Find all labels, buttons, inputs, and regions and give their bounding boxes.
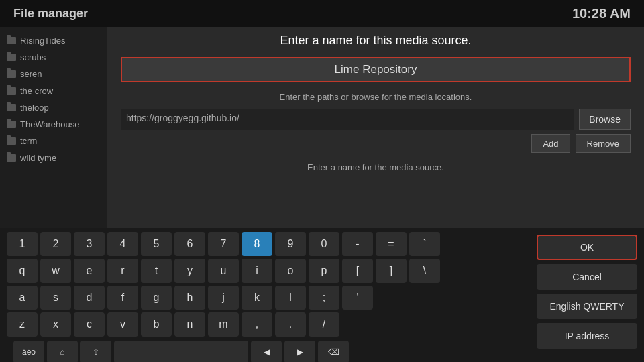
key-g[interactable]: g — [141, 286, 172, 310]
key-a[interactable]: a — [7, 286, 38, 310]
sidebar-item-label: RisingTides — [20, 36, 65, 46]
home-key[interactable]: ⌂ — [47, 341, 78, 362]
folder-icon — [7, 37, 16, 44]
shift-key[interactable]: ⇧ — [80, 341, 111, 362]
key-y[interactable]: y — [174, 259, 205, 283]
key-/[interactable]: / — [309, 312, 339, 337]
key-z[interactable]: z — [7, 312, 38, 337]
key--[interactable]: - — [342, 232, 373, 256]
sidebar-item-label: scrubs — [20, 52, 46, 62]
main-content: Enter a name for this media source. Lime… — [107, 27, 644, 228]
key-6[interactable]: 6 — [174, 232, 205, 256]
key-8[interactable]: 8 — [241, 232, 272, 256]
key-l[interactable]: l — [275, 286, 306, 310]
ip-button[interactable]: IP address — [537, 323, 637, 349]
app-title: File manager — [13, 7, 88, 21]
sidebar-item[interactable]: RisingTides — [0, 32, 107, 49]
key-d[interactable]: d — [74, 286, 105, 310]
path-input[interactable]: https://groggyegg.github.io/ — [121, 109, 574, 130]
key-k[interactable]: k — [241, 286, 272, 310]
key-;[interactable]: ; — [309, 286, 339, 310]
left-arrow-key[interactable]: ◀ — [251, 341, 282, 362]
name-input-value: Lime Repository — [335, 63, 417, 76]
sidebar-item-label: the crow — [20, 86, 53, 96]
key-0[interactable]: 0 — [309, 232, 339, 256]
key-v[interactable]: v — [107, 312, 138, 337]
key-e[interactable]: e — [74, 259, 105, 283]
key-s[interactable]: s — [40, 286, 71, 310]
key-=[interactable]: = — [376, 232, 407, 256]
sidebar-item[interactable]: seren — [0, 66, 107, 82]
key-4[interactable]: 4 — [107, 232, 138, 256]
action-row: Add Remove — [121, 134, 631, 153]
sidebar-item-label: TheWarehouse — [20, 119, 79, 129]
folder-icon — [7, 70, 16, 78]
key-][interactable]: ] — [376, 259, 407, 283]
key-1[interactable]: 1 — [7, 232, 38, 256]
folder-icon — [7, 104, 16, 111]
space-key[interactable] — [114, 341, 248, 362]
keyboard-toolbar: áëõ⌂⇧◀▶⌫ — [7, 341, 530, 362]
key-[[interactable]: [ — [342, 259, 373, 283]
key-,[interactable]: , — [241, 312, 272, 337]
lang-button[interactable]: English QWERTY — [537, 294, 637, 319]
key-row: qwertyuiop[]\ — [7, 259, 530, 283]
key-w[interactable]: w — [40, 259, 71, 283]
key-q[interactable]: q — [7, 259, 38, 283]
key-j[interactable]: j — [208, 286, 239, 310]
folder-icon — [7, 121, 16, 128]
keyboard-right-panel: OKCancelEnglish QWERTYIP address — [537, 228, 644, 362]
sidebar-item-label: tcrm — [20, 136, 37, 146]
source-name-label: Enter a name for the media source. — [307, 162, 444, 172]
keyboard-main: 1234567890-=`qwertyuiop[]\asdfghjkl;'zxc… — [0, 228, 537, 362]
key-'[interactable]: ' — [342, 286, 373, 310]
key-i[interactable]: i — [241, 259, 272, 283]
sidebar-item[interactable]: wild tyme — [0, 149, 107, 166]
name-input-container[interactable]: Lime Repository — [121, 57, 631, 82]
clock: 10:28 AM — [572, 6, 631, 21]
sidebar-item[interactable]: TheWarehouse — [0, 116, 107, 133]
keyboard-area: 1234567890-=`qwertyuiop[]\asdfghjkl;'zxc… — [0, 228, 644, 362]
key-r[interactable]: r — [107, 259, 138, 283]
ok-button[interactable]: OK — [537, 235, 637, 260]
key-t[interactable]: t — [141, 259, 172, 283]
sidebar-item-label: wild tyme — [20, 153, 56, 163]
dialog-title: Enter a name for this media source. — [280, 34, 471, 48]
key-\[interactable]: \ — [409, 259, 440, 283]
folder-icon — [7, 54, 16, 61]
key-c[interactable]: c — [74, 312, 105, 337]
key-m[interactable]: m — [208, 312, 239, 337]
key-p[interactable]: p — [309, 259, 339, 283]
sidebar-item[interactable]: the crow — [0, 82, 107, 99]
special-chars-button[interactable]: áëõ — [13, 341, 44, 362]
key-`[interactable]: ` — [409, 232, 440, 256]
key-row: zxcvbnm,./ — [7, 312, 530, 337]
key-b[interactable]: b — [141, 312, 172, 337]
sidebar-item[interactable]: theloop — [0, 99, 107, 116]
key-x[interactable]: x — [40, 312, 71, 337]
key-3[interactable]: 3 — [74, 232, 105, 256]
key-7[interactable]: 7 — [208, 232, 239, 256]
key-5[interactable]: 5 — [141, 232, 172, 256]
key-h[interactable]: h — [174, 286, 205, 310]
sidebar-item[interactable]: scrubs — [0, 49, 107, 66]
key-row: 1234567890-=` — [7, 232, 530, 256]
add-button[interactable]: Add — [531, 134, 570, 153]
backspace-key[interactable]: ⌫ — [318, 341, 349, 362]
key-u[interactable]: u — [208, 259, 239, 283]
browse-button[interactable]: Browse — [579, 109, 631, 130]
sidebar-item-label: seren — [20, 69, 42, 79]
right-arrow-key[interactable]: ▶ — [284, 341, 315, 362]
cancel-button[interactable]: Cancel — [537, 264, 637, 290]
path-label: Enter the paths or browse for the media … — [280, 92, 472, 102]
remove-button[interactable]: Remove — [576, 134, 631, 153]
folder-icon — [7, 87, 16, 95]
key-2[interactable]: 2 — [40, 232, 71, 256]
key-o[interactable]: o — [275, 259, 306, 283]
key-9[interactable]: 9 — [275, 232, 306, 256]
sidebar-item[interactable]: tcrm — [0, 133, 107, 149]
key-.[interactable]: . — [275, 312, 306, 337]
key-f[interactable]: f — [107, 286, 138, 310]
key-n[interactable]: n — [174, 312, 205, 337]
key-row: asdfghjkl;' — [7, 286, 530, 310]
